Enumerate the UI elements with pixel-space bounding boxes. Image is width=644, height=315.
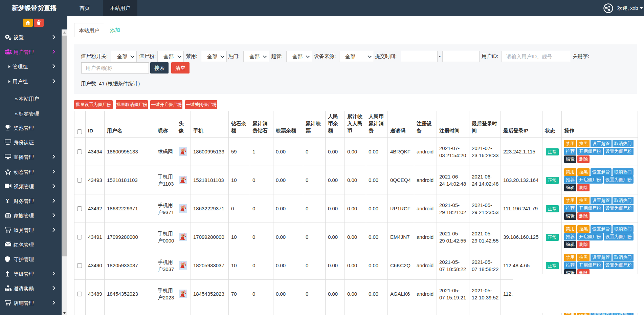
svg-text:¥: ¥ <box>6 198 9 204</box>
